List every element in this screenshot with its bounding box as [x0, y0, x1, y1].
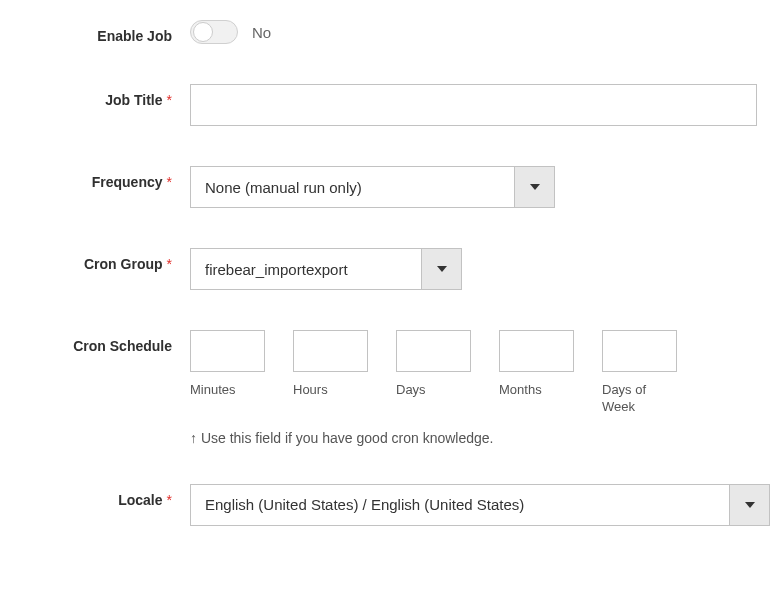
required-asterisk: * [167, 492, 172, 508]
cron-minutes-input[interactable] [190, 330, 265, 372]
cron-dow-label: Days of Week [602, 382, 677, 416]
enable-job-state: No [252, 24, 271, 41]
cron-days-input[interactable] [396, 330, 471, 372]
job-title-label: Job Title [105, 92, 162, 108]
cron-schedule-hint: ↑ Use this field if you have good cron k… [190, 430, 494, 446]
job-title-input[interactable] [190, 84, 757, 126]
cron-hours-input[interactable] [293, 330, 368, 372]
required-asterisk: * [167, 174, 172, 190]
cron-dow-input[interactable] [602, 330, 677, 372]
frequency-dropdown-button[interactable] [514, 167, 554, 207]
cron-group-select[interactable]: firebear_importexport [190, 248, 462, 290]
cron-days-label: Days [396, 382, 471, 399]
locale-label: Locale [118, 492, 162, 508]
chevron-down-icon [437, 266, 447, 272]
chevron-down-icon [745, 502, 755, 508]
cron-group-dropdown-button[interactable] [421, 249, 461, 289]
required-asterisk: * [167, 92, 172, 108]
cron-minutes-label: Minutes [190, 382, 265, 399]
cron-hours-label: Hours [293, 382, 368, 399]
locale-select[interactable]: English (United States) / English (Unite… [190, 484, 770, 526]
cron-group-label: Cron Group [84, 256, 163, 272]
cron-group-value: firebear_importexport [191, 249, 421, 289]
enable-job-toggle[interactable] [190, 20, 238, 44]
cron-schedule-label: Cron Schedule [73, 338, 172, 354]
chevron-down-icon [530, 184, 540, 190]
toggle-knob [193, 22, 213, 42]
locale-dropdown-button[interactable] [729, 485, 769, 525]
locale-value: English (United States) / English (Unite… [191, 485, 729, 525]
cron-months-input[interactable] [499, 330, 574, 372]
frequency-value: None (manual run only) [191, 167, 514, 207]
frequency-label: Frequency [92, 174, 163, 190]
enable-job-label: Enable Job [97, 28, 172, 44]
frequency-select[interactable]: None (manual run only) [190, 166, 555, 208]
required-asterisk: * [167, 256, 172, 272]
cron-months-label: Months [499, 382, 574, 399]
